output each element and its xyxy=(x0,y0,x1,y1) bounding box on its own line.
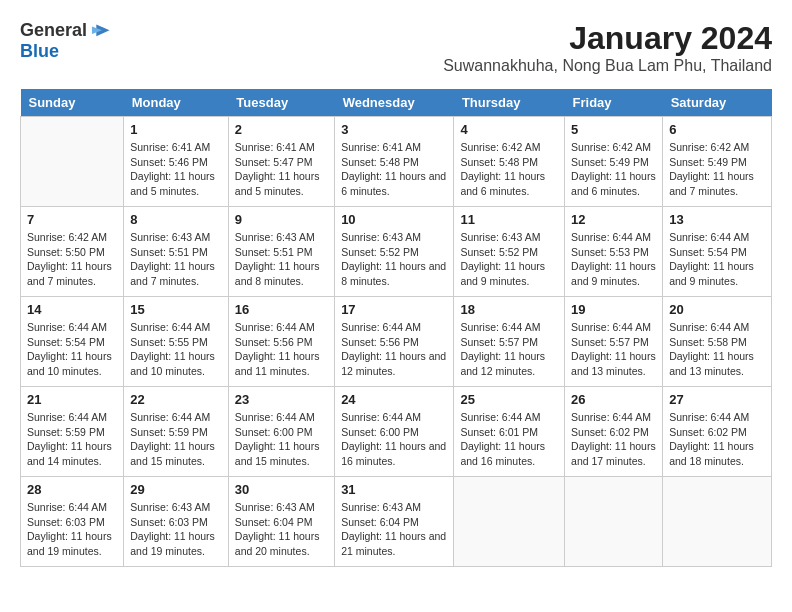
day-info: Sunrise: 6:42 AMSunset: 5:49 PMDaylight:… xyxy=(571,140,656,199)
calendar-day-cell: 27Sunrise: 6:44 AMSunset: 6:02 PMDayligh… xyxy=(663,387,772,477)
calendar-day-cell: 17Sunrise: 6:44 AMSunset: 5:56 PMDayligh… xyxy=(335,297,454,387)
day-info: Sunrise: 6:44 AMSunset: 5:59 PMDaylight:… xyxy=(27,410,117,469)
day-info: Sunrise: 6:44 AMSunset: 5:57 PMDaylight:… xyxy=(571,320,656,379)
day-info: Sunrise: 6:44 AMSunset: 5:59 PMDaylight:… xyxy=(130,410,222,469)
day-info: Sunrise: 6:41 AMSunset: 5:46 PMDaylight:… xyxy=(130,140,222,199)
day-number: 17 xyxy=(341,302,447,317)
day-number: 12 xyxy=(571,212,656,227)
header-monday: Monday xyxy=(124,89,229,117)
day-info: Sunrise: 6:44 AMSunset: 6:00 PMDaylight:… xyxy=(341,410,447,469)
day-info: Sunrise: 6:42 AMSunset: 5:50 PMDaylight:… xyxy=(27,230,117,289)
header-wednesday: Wednesday xyxy=(335,89,454,117)
calendar-week-row: 28Sunrise: 6:44 AMSunset: 6:03 PMDayligh… xyxy=(21,477,772,567)
day-number: 23 xyxy=(235,392,328,407)
header-sunday: Sunday xyxy=(21,89,124,117)
calendar-day-cell xyxy=(663,477,772,567)
day-number: 15 xyxy=(130,302,222,317)
day-number: 11 xyxy=(460,212,558,227)
day-info: Sunrise: 6:41 AMSunset: 5:48 PMDaylight:… xyxy=(341,140,447,199)
day-number: 27 xyxy=(669,392,765,407)
calendar-day-cell: 23Sunrise: 6:44 AMSunset: 6:00 PMDayligh… xyxy=(228,387,334,477)
day-info: Sunrise: 6:42 AMSunset: 5:48 PMDaylight:… xyxy=(460,140,558,199)
day-info: Sunrise: 6:43 AMSunset: 5:52 PMDaylight:… xyxy=(341,230,447,289)
calendar-day-cell: 18Sunrise: 6:44 AMSunset: 5:57 PMDayligh… xyxy=(454,297,565,387)
day-info: Sunrise: 6:43 AMSunset: 5:52 PMDaylight:… xyxy=(460,230,558,289)
title-section: January 2024 Suwannakhuha, Nong Bua Lam … xyxy=(443,20,772,75)
calendar-day-cell: 8Sunrise: 6:43 AMSunset: 5:51 PMDaylight… xyxy=(124,207,229,297)
header-tuesday: Tuesday xyxy=(228,89,334,117)
calendar-day-cell: 3Sunrise: 6:41 AMSunset: 5:48 PMDaylight… xyxy=(335,117,454,207)
calendar-day-cell: 10Sunrise: 6:43 AMSunset: 5:52 PMDayligh… xyxy=(335,207,454,297)
logo-icon xyxy=(89,20,111,42)
calendar-day-cell: 20Sunrise: 6:44 AMSunset: 5:58 PMDayligh… xyxy=(663,297,772,387)
weekday-header-row: Sunday Monday Tuesday Wednesday Thursday… xyxy=(21,89,772,117)
calendar-day-cell: 15Sunrise: 6:44 AMSunset: 5:55 PMDayligh… xyxy=(124,297,229,387)
day-number: 2 xyxy=(235,122,328,137)
day-info: Sunrise: 6:44 AMSunset: 5:56 PMDaylight:… xyxy=(235,320,328,379)
calendar-day-cell: 11Sunrise: 6:43 AMSunset: 5:52 PMDayligh… xyxy=(454,207,565,297)
main-title: January 2024 xyxy=(443,20,772,57)
day-number: 25 xyxy=(460,392,558,407)
day-info: Sunrise: 6:44 AMSunset: 6:02 PMDaylight:… xyxy=(571,410,656,469)
day-info: Sunrise: 6:43 AMSunset: 5:51 PMDaylight:… xyxy=(130,230,222,289)
calendar-day-cell: 7Sunrise: 6:42 AMSunset: 5:50 PMDaylight… xyxy=(21,207,124,297)
day-info: Sunrise: 6:44 AMSunset: 6:01 PMDaylight:… xyxy=(460,410,558,469)
calendar-day-cell: 6Sunrise: 6:42 AMSunset: 5:49 PMDaylight… xyxy=(663,117,772,207)
calendar-day-cell: 24Sunrise: 6:44 AMSunset: 6:00 PMDayligh… xyxy=(335,387,454,477)
calendar-day-cell: 31Sunrise: 6:43 AMSunset: 6:04 PMDayligh… xyxy=(335,477,454,567)
day-info: Sunrise: 6:44 AMSunset: 5:54 PMDaylight:… xyxy=(27,320,117,379)
calendar-day-cell: 14Sunrise: 6:44 AMSunset: 5:54 PMDayligh… xyxy=(21,297,124,387)
calendar-day-cell: 1Sunrise: 6:41 AMSunset: 5:46 PMDaylight… xyxy=(124,117,229,207)
day-number: 22 xyxy=(130,392,222,407)
day-number: 29 xyxy=(130,482,222,497)
calendar-day-cell: 5Sunrise: 6:42 AMSunset: 5:49 PMDaylight… xyxy=(565,117,663,207)
calendar-day-cell xyxy=(565,477,663,567)
header-saturday: Saturday xyxy=(663,89,772,117)
day-number: 10 xyxy=(341,212,447,227)
calendar-week-row: 7Sunrise: 6:42 AMSunset: 5:50 PMDaylight… xyxy=(21,207,772,297)
day-info: Sunrise: 6:44 AMSunset: 5:53 PMDaylight:… xyxy=(571,230,656,289)
day-number: 9 xyxy=(235,212,328,227)
calendar-day-cell: 22Sunrise: 6:44 AMSunset: 5:59 PMDayligh… xyxy=(124,387,229,477)
day-info: Sunrise: 6:43 AMSunset: 6:03 PMDaylight:… xyxy=(130,500,222,559)
day-info: Sunrise: 6:44 AMSunset: 6:02 PMDaylight:… xyxy=(669,410,765,469)
day-info: Sunrise: 6:43 AMSunset: 6:04 PMDaylight:… xyxy=(341,500,447,559)
day-number: 1 xyxy=(130,122,222,137)
logo-blue: Blue xyxy=(20,41,59,61)
calendar-day-cell: 25Sunrise: 6:44 AMSunset: 6:01 PMDayligh… xyxy=(454,387,565,477)
calendar-day-cell: 29Sunrise: 6:43 AMSunset: 6:03 PMDayligh… xyxy=(124,477,229,567)
calendar-day-cell: 30Sunrise: 6:43 AMSunset: 6:04 PMDayligh… xyxy=(228,477,334,567)
day-info: Sunrise: 6:44 AMSunset: 5:54 PMDaylight:… xyxy=(669,230,765,289)
subtitle: Suwannakhuha, Nong Bua Lam Phu, Thailand xyxy=(443,57,772,75)
day-number: 5 xyxy=(571,122,656,137)
calendar-day-cell: 13Sunrise: 6:44 AMSunset: 5:54 PMDayligh… xyxy=(663,207,772,297)
calendar-day-cell xyxy=(21,117,124,207)
day-info: Sunrise: 6:44 AMSunset: 5:56 PMDaylight:… xyxy=(341,320,447,379)
day-info: Sunrise: 6:44 AMSunset: 5:58 PMDaylight:… xyxy=(669,320,765,379)
day-number: 6 xyxy=(669,122,765,137)
calendar-day-cell: 28Sunrise: 6:44 AMSunset: 6:03 PMDayligh… xyxy=(21,477,124,567)
logo: General Blue xyxy=(20,20,111,62)
calendar-day-cell: 4Sunrise: 6:42 AMSunset: 5:48 PMDaylight… xyxy=(454,117,565,207)
day-info: Sunrise: 6:44 AMSunset: 5:57 PMDaylight:… xyxy=(460,320,558,379)
day-number: 20 xyxy=(669,302,765,317)
logo-general: General xyxy=(20,21,87,41)
day-number: 13 xyxy=(669,212,765,227)
day-number: 14 xyxy=(27,302,117,317)
header-thursday: Thursday xyxy=(454,89,565,117)
day-number: 28 xyxy=(27,482,117,497)
day-info: Sunrise: 6:41 AMSunset: 5:47 PMDaylight:… xyxy=(235,140,328,199)
calendar-day-cell: 19Sunrise: 6:44 AMSunset: 5:57 PMDayligh… xyxy=(565,297,663,387)
day-number: 31 xyxy=(341,482,447,497)
day-info: Sunrise: 6:43 AMSunset: 6:04 PMDaylight:… xyxy=(235,500,328,559)
day-number: 8 xyxy=(130,212,222,227)
calendar-day-cell xyxy=(454,477,565,567)
day-number: 7 xyxy=(27,212,117,227)
calendar-day-cell: 12Sunrise: 6:44 AMSunset: 5:53 PMDayligh… xyxy=(565,207,663,297)
calendar-day-cell: 16Sunrise: 6:44 AMSunset: 5:56 PMDayligh… xyxy=(228,297,334,387)
calendar-week-row: 1Sunrise: 6:41 AMSunset: 5:46 PMDaylight… xyxy=(21,117,772,207)
calendar-table: Sunday Monday Tuesday Wednesday Thursday… xyxy=(20,89,772,567)
day-info: Sunrise: 6:43 AMSunset: 5:51 PMDaylight:… xyxy=(235,230,328,289)
day-number: 30 xyxy=(235,482,328,497)
calendar-day-cell: 9Sunrise: 6:43 AMSunset: 5:51 PMDaylight… xyxy=(228,207,334,297)
